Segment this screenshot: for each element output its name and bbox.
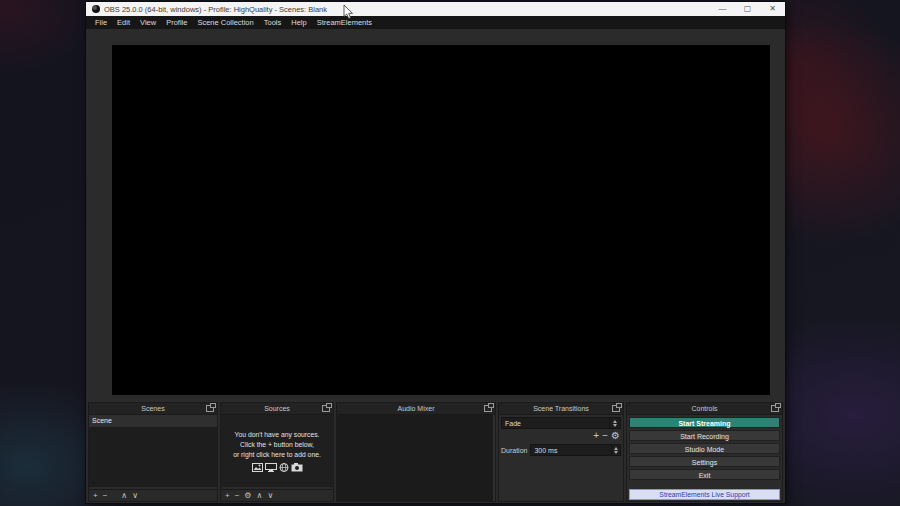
scenes-dock-title: Scenes <box>141 405 164 412</box>
scenes-toolbar: + − ∧ ∨ <box>89 489 217 501</box>
window-title: OBS 25.0.0 (64-bit, windows) - Profile: … <box>104 5 710 14</box>
controls-dock-body: Start Streaming Start Recording Studio M… <box>627 415 782 501</box>
browser-source-icon <box>279 463 289 472</box>
start-recording-button[interactable]: Start Recording <box>629 430 780 441</box>
sources-toolbar: + − ⚙ ∧ ∨ <box>221 489 333 501</box>
duration-value: 300 ms <box>531 447 611 454</box>
remove-transition-button[interactable]: − <box>602 431 608 441</box>
sources-empty-line: Click the + button below, <box>240 440 314 449</box>
scene-transitions-dock-body: Fade + − ⚙ Duration <box>499 415 623 501</box>
chevron-down-icon <box>609 418 620 428</box>
transition-selected-value: Fade <box>502 420 609 427</box>
add-scene-button[interactable]: + <box>93 490 98 502</box>
menu-item-edit[interactable]: Edit <box>112 16 135 29</box>
main-content: Scenes Scene + − ∧ ∨ <box>86 29 785 503</box>
menu-item-scene-collection[interactable]: Scene Collection <box>192 16 258 29</box>
scene-transitions-dock-header: Scene Transitions <box>499 403 623 415</box>
scenes-dock: Scenes Scene + − ∧ ∨ <box>88 402 218 502</box>
add-transition-button[interactable]: + <box>593 431 599 441</box>
duration-spinbox[interactable]: 300 ms <box>530 444 621 456</box>
obs-window: OBS 25.0.0 (64-bit, windows) - Profile: … <box>86 2 785 503</box>
source-type-icons <box>252 463 303 472</box>
move-scene-up-button[interactable]: ∧ <box>121 490 127 502</box>
close-button[interactable]: ✕ <box>760 2 785 16</box>
popout-icon[interactable] <box>771 405 779 412</box>
menu-bar: File Edit View Profile Scene Collection … <box>86 16 785 29</box>
maximize-button[interactable]: ▢ <box>735 2 760 16</box>
menu-item-view[interactable]: View <box>135 16 161 29</box>
desktop-wallpaper: OBS 25.0.0 (64-bit, windows) - Profile: … <box>0 0 900 506</box>
move-source-down-button[interactable]: ∨ <box>267 490 273 502</box>
streamelements-live-support-button[interactable]: StreamElements Live Support <box>629 489 780 500</box>
transition-tools: + − ⚙ <box>501 429 621 442</box>
scenes-dock-body: Scene + − ∧ ∨ <box>89 415 217 501</box>
menu-item-file[interactable]: File <box>90 16 112 29</box>
scene-transitions-dock: Scene Transitions Fade + − <box>498 402 624 502</box>
dock-area: Scenes Scene + − ∧ ∨ <box>86 402 785 502</box>
exit-button[interactable]: Exit <box>629 469 780 480</box>
remove-scene-button[interactable]: − <box>103 490 108 502</box>
controls-dock: Controls Start Streaming Start Recording… <box>626 402 783 502</box>
window-titlebar: OBS 25.0.0 (64-bit, windows) - Profile: … <box>86 2 785 16</box>
transition-properties-gear-icon[interactable]: ⚙ <box>611 431 620 441</box>
move-source-up-button[interactable]: ∧ <box>257 490 263 502</box>
scene-transitions-dock-title: Scene Transitions <box>533 405 589 412</box>
sources-dock-body: You don't have any sources. Click the + … <box>221 415 333 501</box>
duration-row: Duration 300 ms <box>501 444 621 456</box>
controls-dock-header: Controls <box>627 403 782 415</box>
sources-dock-title: Sources <box>264 405 290 412</box>
obs-logo-icon <box>92 5 100 13</box>
camera-source-icon <box>291 463 303 472</box>
controls-dock-title: Controls <box>691 405 717 412</box>
move-scene-down-button[interactable]: ∨ <box>132 490 138 502</box>
scenes-dock-header: Scenes <box>89 403 217 415</box>
audio-mixer-dock: Audio Mixer <box>336 402 496 502</box>
scene-list-item[interactable]: Scene <box>89 415 217 427</box>
popout-icon[interactable] <box>612 405 620 412</box>
mouse-cursor <box>343 5 354 20</box>
remove-source-button[interactable]: − <box>235 490 240 502</box>
spinner-arrows-icon[interactable] <box>611 445 620 455</box>
popout-icon[interactable] <box>206 405 214 412</box>
audio-mixer-dock-header: Audio Mixer <box>337 403 495 415</box>
display-source-icon <box>265 463 277 472</box>
sources-dock: Sources You don't have any sources. Clic… <box>220 402 334 502</box>
transition-select[interactable]: Fade <box>501 417 621 429</box>
popout-icon[interactable] <box>484 405 492 412</box>
audio-mixer-dock-title: Audio Mixer <box>398 405 435 412</box>
popout-icon[interactable] <box>322 405 330 412</box>
menu-item-profile[interactable]: Profile <box>161 16 192 29</box>
scene-list[interactable]: Scene <box>89 415 217 487</box>
sources-empty-state[interactable]: You don't have any sources. Click the + … <box>221 415 333 487</box>
source-properties-gear-icon[interactable]: ⚙ <box>244 490 251 502</box>
sources-empty-line: You don't have any sources. <box>235 430 320 439</box>
settings-button[interactable]: Settings <box>629 456 780 467</box>
image-source-icon <box>252 463 263 472</box>
duration-label: Duration <box>501 447 530 454</box>
sources-dock-header: Sources <box>221 403 333 415</box>
start-streaming-button[interactable]: Start Streaming <box>629 417 780 428</box>
preview-canvas[interactable] <box>112 45 770 395</box>
audio-mixer-empty-area[interactable] <box>337 415 495 501</box>
audio-mixer-dock-body <box>337 415 495 501</box>
menu-item-tools[interactable]: Tools <box>259 16 287 29</box>
add-source-button[interactable]: + <box>225 490 230 502</box>
studio-mode-button[interactable]: Studio Mode <box>629 443 780 454</box>
minimize-button[interactable]: — <box>710 2 735 16</box>
menu-item-help[interactable]: Help <box>286 16 311 29</box>
sources-empty-line: or right click here to add one. <box>233 450 321 459</box>
